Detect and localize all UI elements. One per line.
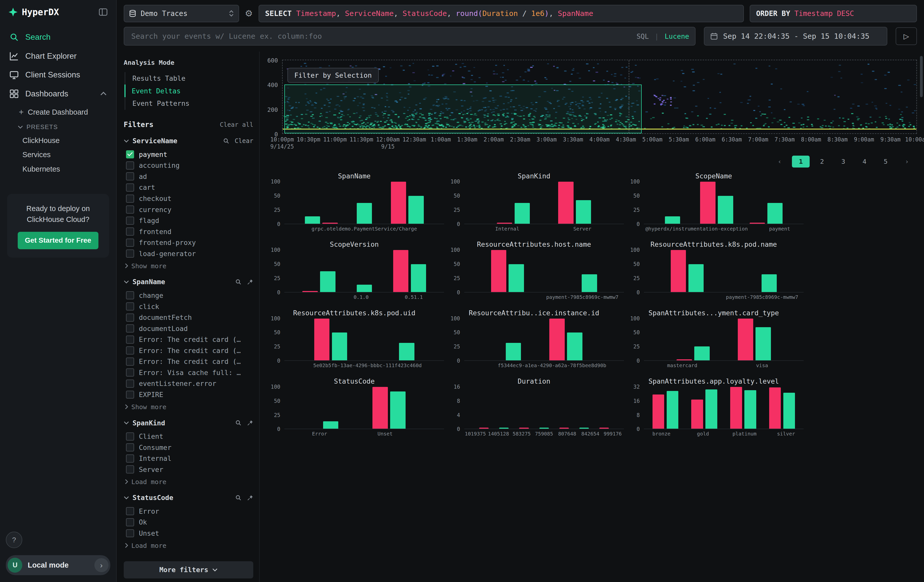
checkbox[interactable]: [126, 368, 134, 376]
filter-option-currency[interactable]: currency: [124, 204, 253, 215]
filter-option-accounting[interactable]: accounting: [124, 160, 253, 171]
checkbox[interactable]: [126, 172, 134, 180]
filter-group-header-statuscode[interactable]: StatusCode: [124, 494, 253, 501]
filter-option-error-the-credit-card[interactable]: Error: The credit card (…: [124, 345, 253, 356]
filter-option-expire[interactable]: EXPIRE: [124, 389, 253, 400]
filter-option-server[interactable]: Server: [124, 464, 253, 475]
show-more-button[interactable]: Show more: [124, 262, 253, 270]
chart-plot[interactable]: [284, 318, 444, 361]
sidebar-item-search[interactable]: Search: [0, 28, 116, 47]
chart-plot[interactable]: [464, 182, 624, 224]
search-icon[interactable]: [223, 138, 229, 144]
pagination-page-5[interactable]: 5: [877, 156, 895, 168]
chart-plot[interactable]: [464, 318, 624, 361]
checkbox[interactable]: [126, 162, 134, 170]
filter-option-change[interactable]: change: [124, 290, 253, 301]
pagination-prev[interactable]: ‹: [771, 156, 789, 168]
checkbox[interactable]: [126, 432, 134, 440]
checkbox[interactable]: [126, 239, 134, 247]
chart-plot[interactable]: [284, 387, 444, 429]
filter-group-header-spanname[interactable]: SpanName: [124, 278, 253, 286]
checkbox[interactable]: [126, 183, 134, 191]
chart-plot[interactable]: [284, 250, 444, 292]
load-more-button[interactable]: Load more: [124, 478, 253, 486]
chart-plot[interactable]: [644, 318, 804, 361]
search-icon[interactable]: [235, 420, 242, 426]
checkbox[interactable]: [126, 455, 134, 463]
filter-option-error-the-credit-card[interactable]: Error: The credit card (…: [124, 334, 253, 345]
filter-group-header-spankind[interactable]: SpanKind: [124, 419, 253, 427]
chart-plot[interactable]: [284, 182, 444, 224]
checkbox[interactable]: [126, 313, 134, 322]
search-icon[interactable]: [235, 495, 242, 501]
data-source-select[interactable]: Demo Traces: [124, 5, 239, 22]
pagination-page-2[interactable]: 2: [813, 156, 831, 168]
create-dashboard-button[interactable]: + Create Dashboard: [0, 103, 116, 120]
gear-icon[interactable]: ⚙: [245, 9, 253, 18]
filter-option-cart[interactable]: cart: [124, 182, 253, 193]
filter-option-client[interactable]: Client: [124, 431, 253, 442]
filter-option-load-generator[interactable]: load-generator: [124, 248, 253, 259]
filter-option-error[interactable]: Error: [124, 506, 253, 517]
filter-option-payment[interactable]: payment: [124, 149, 253, 160]
filter-group-header-servicename[interactable]: ServiceNameClear: [124, 137, 253, 145]
load-more-button[interactable]: Load more: [124, 542, 253, 549]
analysis-tab-results-table[interactable]: Results Table: [125, 72, 253, 85]
clear-filter-button[interactable]: Clear: [235, 137, 254, 145]
run-query-button[interactable]: ▷: [896, 27, 917, 45]
filter-option-error-visa-cache-full[interactable]: Error: Visa cache full: …: [124, 367, 253, 378]
local-mode-button[interactable]: U Local mode ›: [6, 555, 110, 575]
checkbox[interactable]: [126, 444, 134, 452]
filter-by-selection-button[interactable]: Filter by Selection: [287, 68, 379, 82]
lucene-mode-toggle[interactable]: Lucene: [665, 32, 689, 40]
checkbox[interactable]: [126, 291, 134, 299]
sidebar-item-chart-explorer[interactable]: Chart Explorer: [0, 46, 116, 66]
clear-all-filters-button[interactable]: Clear all: [220, 121, 253, 128]
sidebar-collapse-icon[interactable]: [98, 7, 108, 17]
sidebar-item-client-sessions[interactable]: Client Sessions: [0, 66, 116, 84]
heatmap-plot[interactable]: Filter by Selection: [282, 60, 917, 134]
filter-option-internal[interactable]: Internal: [124, 453, 253, 464]
heatmap-selection[interactable]: [284, 84, 642, 134]
more-filters-button[interactable]: More filters: [124, 561, 253, 579]
get-started-button[interactable]: Get Started for Free: [18, 232, 98, 249]
pagination-next[interactable]: ›: [898, 156, 916, 168]
search-icon[interactable]: [235, 279, 242, 285]
chart-plot[interactable]: [644, 387, 804, 429]
app-logo[interactable]: HyperDX: [8, 7, 59, 17]
sidebar-item-services[interactable]: Services: [0, 148, 116, 162]
filter-option-unset[interactable]: Unset: [124, 528, 253, 539]
pagination-page-1[interactable]: 1: [792, 156, 810, 168]
checkbox[interactable]: [126, 507, 134, 515]
filter-option-frontend-proxy[interactable]: frontend-proxy: [124, 237, 253, 248]
pin-icon[interactable]: [247, 279, 254, 285]
analysis-tab-event-deltas[interactable]: Event Deltas: [124, 84, 253, 97]
checkbox[interactable]: [126, 249, 134, 257]
filter-option-ad[interactable]: ad: [124, 171, 253, 182]
search-input[interactable]: [130, 31, 631, 41]
help-button[interactable]: ?: [6, 532, 22, 548]
filter-option-frontend[interactable]: frontend: [124, 226, 253, 237]
checkbox[interactable]: [126, 336, 134, 344]
chart-plot[interactable]: [644, 182, 804, 224]
pagination-page-3[interactable]: 3: [835, 156, 852, 168]
checkbox[interactable]: [126, 217, 134, 225]
filter-option-documentload[interactable]: documentLoad: [124, 323, 253, 334]
date-range-picker[interactable]: Sep 14 22:04:35 - Sep 15 10:04:35: [704, 27, 888, 46]
sidebar-item-clickhouse[interactable]: ClickHouse: [0, 134, 116, 148]
pagination-page-4[interactable]: 4: [856, 156, 873, 168]
order-by-input[interactable]: ORDER BY Timestamp DESC: [750, 5, 917, 22]
chart-plot[interactable]: [644, 250, 804, 292]
filter-option-consumer[interactable]: Consumer: [124, 442, 253, 453]
filter-option-checkout[interactable]: checkout: [124, 193, 253, 204]
show-more-button[interactable]: Show more: [124, 403, 253, 411]
filter-option-error-the-credit-card[interactable]: Error: The credit card (…: [124, 356, 253, 367]
checkbox[interactable]: [126, 518, 134, 526]
checkbox[interactable]: [126, 358, 134, 366]
filter-option-ok[interactable]: Ok: [124, 517, 253, 528]
checkbox[interactable]: [126, 346, 134, 354]
sql-mode-toggle[interactable]: SQL: [637, 32, 649, 40]
checkbox-checked[interactable]: [126, 150, 134, 158]
sql-query-input[interactable]: SELECT Timestamp, ServiceName, StatusCod…: [259, 5, 744, 22]
pin-icon[interactable]: [247, 420, 254, 426]
